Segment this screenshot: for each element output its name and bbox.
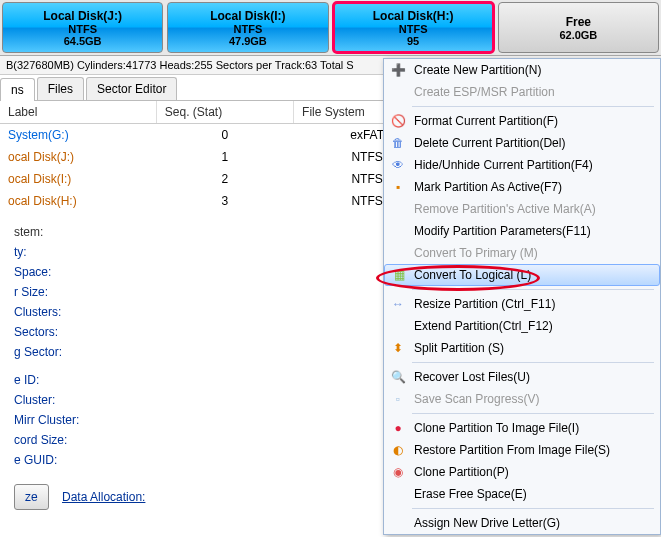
menu-icon: ⬍ <box>390 340 406 356</box>
menu-item[interactable]: 🔍Recover Lost Files(U) <box>384 366 660 388</box>
tab-files[interactable]: Files <box>37 77 84 100</box>
menu-icon: ↔ <box>390 296 406 312</box>
menu-item-label: Delete Current Partition(Del) <box>414 136 565 150</box>
menu-item: Create ESP/MSR Partition <box>384 81 660 103</box>
menu-icon: ◐ <box>390 442 406 458</box>
data-allocation-link[interactable]: Data Allocation: <box>62 487 145 507</box>
menu-item[interactable]: 👁Hide/Unhide Current Partition(F4) <box>384 154 660 176</box>
menu-item-label: Split Partition (S) <box>414 341 504 355</box>
menu-item-label: Erase Free Space(E) <box>414 487 527 501</box>
menu-item-label: Recover Lost Files(U) <box>414 370 530 384</box>
menu-item-label: Mark Partition As Active(F7) <box>414 180 562 194</box>
menu-item[interactable]: ◉Clone Partition(P) <box>384 461 660 483</box>
menu-item[interactable]: Extend Partition(Ctrl_F12) <box>384 315 660 337</box>
context-menu: ➕Create New Partition(N)Create ESP/MSR P… <box>383 58 661 535</box>
menu-item-label: Extend Partition(Ctrl_F12) <box>414 319 553 333</box>
menu-icon: ▦ <box>391 267 407 283</box>
menu-item-label: Modify Partition Parameters(F11) <box>414 224 591 238</box>
menu-item-label: Convert To Logical (L) <box>414 268 531 282</box>
menu-item-label: Restore Partition From Image File(S) <box>414 443 610 457</box>
menu-item-label: Create New Partition(N) <box>414 63 541 77</box>
menu-item-label: Convert To Primary (M) <box>414 246 538 260</box>
menu-icon: ➕ <box>390 62 406 78</box>
menu-item-label: Create ESP/MSR Partition <box>414 85 555 99</box>
menu-item[interactable]: 🗑Delete Current Partition(Del) <box>384 132 660 154</box>
tab-partitions[interactable]: ns <box>0 78 35 101</box>
col-label[interactable]: Label <box>0 101 156 124</box>
menu-item[interactable]: ●Clone Partition To Image File(I) <box>384 417 660 439</box>
menu-item-label: Hide/Unhide Current Partition(F4) <box>414 158 593 172</box>
menu-item: Convert To Primary (M) <box>384 242 660 264</box>
disk-button-free[interactable]: Free62.0GB <box>498 2 659 53</box>
menu-icon: 🚫 <box>390 113 406 129</box>
menu-item-label: Save Scan Progress(V) <box>414 392 539 406</box>
disk-button-i[interactable]: Local Disk(I:)NTFS47.9GB <box>167 2 328 53</box>
menu-icon: ● <box>390 420 406 436</box>
menu-item-label: Resize Partition (Ctrl_F11) <box>414 297 555 311</box>
menu-icon: ◉ <box>390 464 406 480</box>
menu-item[interactable]: ⬍Split Partition (S) <box>384 337 660 359</box>
menu-item[interactable]: ➕Create New Partition(N) <box>384 59 660 81</box>
menu-item-label: Format Current Partition(F) <box>414 114 558 128</box>
menu-icon: 🗑 <box>390 135 406 151</box>
menu-item[interactable]: ▪Mark Partition As Active(F7) <box>384 176 660 198</box>
menu-item: Remove Partition's Active Mark(A) <box>384 198 660 220</box>
menu-item[interactable]: Modify Partition Parameters(F11) <box>384 220 660 242</box>
menu-item-label: Remove Partition's Active Mark(A) <box>414 202 596 216</box>
disk-button-h[interactable]: Local Disk(H:)NTFS95 <box>333 2 494 53</box>
menu-icon: ▪ <box>390 179 406 195</box>
disk-bar: Local Disk(J:)NTFS64.5GB Local Disk(I:)N… <box>0 0 661 56</box>
col-seq[interactable]: Seq. (Stat) <box>156 101 293 124</box>
menu-icon: ▫ <box>390 391 406 407</box>
menu-item[interactable]: Assign New Drive Letter(G) <box>384 512 660 534</box>
menu-item[interactable]: ↔Resize Partition (Ctrl_F11) <box>384 293 660 315</box>
menu-item-label: Clone Partition(P) <box>414 465 509 479</box>
disk-button-j[interactable]: Local Disk(J:)NTFS64.5GB <box>2 2 163 53</box>
menu-item: ▫Save Scan Progress(V) <box>384 388 660 410</box>
menu-item[interactable]: ◐Restore Partition From Image File(S) <box>384 439 660 461</box>
menu-icon: 👁 <box>390 157 406 173</box>
menu-item-label: Clone Partition To Image File(I) <box>414 421 579 435</box>
tab-sector-editor[interactable]: Sector Editor <box>86 77 177 100</box>
menu-item[interactable]: Erase Free Space(E) <box>384 483 660 505</box>
analyze-button[interactable]: ze <box>14 484 49 510</box>
menu-icon: 🔍 <box>390 369 406 385</box>
menu-item[interactable]: ▦Convert To Logical (L) <box>384 264 660 286</box>
menu-item-label: Assign New Drive Letter(G) <box>414 516 560 530</box>
menu-item[interactable]: 🚫Format Current Partition(F) <box>384 110 660 132</box>
